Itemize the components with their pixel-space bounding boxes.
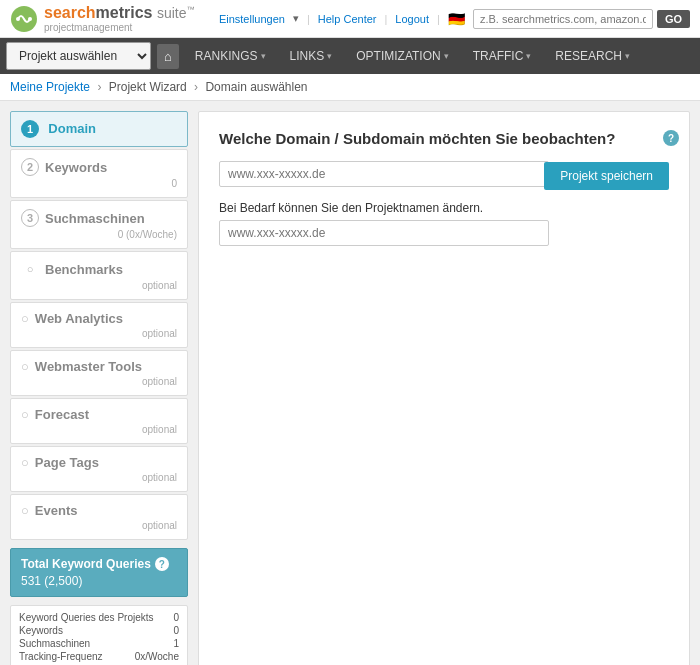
logo-text: searchmetrics suite™ projectmanagement (44, 4, 195, 33)
nav-rankings[interactable]: RANKINGS ▾ (185, 42, 276, 70)
panel-help-icon[interactable]: ? (663, 130, 679, 146)
sidebar-sub-keywords: 0 (21, 178, 177, 189)
project-name-input[interactable] (219, 220, 549, 246)
stats-table: Keyword Queries des Projekts 0 Keywords … (10, 605, 188, 665)
sidebar-title-benchmarks: Benchmarks (45, 262, 123, 277)
circle-pagetags: ○ (21, 455, 29, 470)
project-name-field-group: Bei Bedarf können Sie den Projektnamen ä… (219, 201, 669, 246)
settings-link[interactable]: Einstellungen (219, 13, 285, 25)
svg-point-1 (16, 17, 20, 21)
domain-input[interactable] (219, 161, 549, 187)
step-num-3: 3 (21, 209, 39, 227)
sidebar-title-webmaster: Webmaster Tools (35, 359, 142, 374)
circle-webanalytics: ○ (21, 311, 29, 326)
sidebar-item-webanalytics[interactable]: ○ Web Analytics optional (10, 302, 188, 348)
sidebar-item-suchmaschinen[interactable]: 3 Suchmaschinen 0 (0x/Woche) (10, 200, 188, 249)
stats-row-2: Suchmaschinen 1 (19, 638, 179, 649)
sidebar-item-forecast[interactable]: ○ Forecast optional (10, 398, 188, 444)
right-panel: ? Welche Domain / Subdomain möchten Sie … (198, 111, 690, 665)
search-input[interactable] (473, 9, 653, 29)
project-select[interactable]: Projekt auswählen (6, 42, 151, 70)
svg-point-2 (28, 17, 32, 21)
circle-events: ○ (21, 503, 29, 518)
breadcrumb: Meine Projekte › Projekt Wizard › Domain… (0, 74, 700, 101)
home-button[interactable]: ⌂ (157, 44, 179, 69)
save-button[interactable]: Projekt speichern (544, 162, 669, 190)
info-help-icon[interactable]: ? (155, 557, 169, 571)
language-flag[interactable]: 🇩🇪 (448, 11, 465, 27)
info-count: 531 (2,500) (21, 574, 177, 588)
info-box: Total Keyword Queries ? 531 (2,500) (10, 548, 188, 597)
sidebar-item-webmaster[interactable]: ○ Webmaster Tools optional (10, 350, 188, 396)
nav-links[interactable]: LINKS ▾ (280, 42, 343, 70)
sidebar-item-events[interactable]: ○ Events optional (10, 494, 188, 540)
breadcrumb-current: Domain auswählen (205, 80, 307, 94)
logo-area: searchmetrics suite™ projectmanagement (10, 4, 195, 33)
stats-row-1: Keywords 0 (19, 625, 179, 636)
sidebar-item-benchmarks[interactable]: ○ Benchmarks optional (10, 251, 188, 300)
top-right-bar: Einstellungen ▾ | Help Center | Logout |… (219, 9, 690, 29)
step-num-2: 2 (21, 158, 39, 176)
sidebar-title-webanalytics: Web Analytics (35, 311, 123, 326)
sidebar-sub-suchmaschinen: 0 (0x/Woche) (21, 229, 177, 240)
sidebar-title-domain: Domain (48, 121, 96, 136)
panel-question: Welche Domain / Subdomain möchten Sie be… (219, 130, 669, 147)
settings-arrow: ▾ (293, 12, 299, 25)
nav-traffic[interactable]: TRAFFIC ▾ (463, 42, 542, 70)
sidebar: 1 Domain 2 Keywords 0 3 Suchmaschinen 0 … (10, 111, 188, 665)
info-title-text: Total Keyword Queries (21, 557, 151, 571)
stats-row-0: Keyword Queries des Projekts 0 (19, 612, 179, 623)
main-content: 1 Domain 2 Keywords 0 3 Suchmaschinen 0 … (0, 101, 700, 665)
sidebar-title-forecast: Forecast (35, 407, 89, 422)
logo-icon (10, 5, 38, 33)
sidebar-item-pagetags[interactable]: ○ Page Tags optional (10, 446, 188, 492)
circle-forecast: ○ (21, 407, 29, 422)
top-bar: searchmetrics suite™ projectmanagement E… (0, 0, 700, 38)
sidebar-item-domain[interactable]: 1 Domain (10, 111, 188, 147)
nav-research[interactable]: RESEARCH ▾ (545, 42, 640, 70)
breadcrumb-link-projects[interactable]: Meine Projekte (10, 80, 90, 94)
sidebar-title-pagetags: Page Tags (35, 455, 99, 470)
circle-webmaster: ○ (21, 359, 29, 374)
stats-row-3: Tracking-Frequenz 0x/Woche (19, 651, 179, 662)
sidebar-item-keywords[interactable]: 2 Keywords 0 (10, 149, 188, 198)
sidebar-sub-benchmarks: optional (21, 280, 177, 291)
step-num-1: 1 (21, 120, 39, 138)
project-name-label: Bei Bedarf können Sie den Projektnamen ä… (219, 201, 669, 215)
nav-optimization[interactable]: OPTIMIZATION ▾ (346, 42, 458, 70)
sidebar-title-events: Events (35, 503, 78, 518)
search-button[interactable]: GO (657, 10, 690, 28)
breadcrumb-wizard: Projekt Wizard (109, 80, 187, 94)
help-link[interactable]: Help Center (318, 13, 377, 25)
sidebar-title-suchmaschinen: Suchmaschinen (45, 211, 145, 226)
sidebar-title-keywords: Keywords (45, 160, 107, 175)
search-bar: GO (473, 9, 690, 29)
nav-bar: Projekt auswählen ⌂ RANKINGS ▾ LINKS ▾ O… (0, 38, 700, 74)
step-num-bench: ○ (21, 260, 39, 278)
logout-link[interactable]: Logout (395, 13, 429, 25)
